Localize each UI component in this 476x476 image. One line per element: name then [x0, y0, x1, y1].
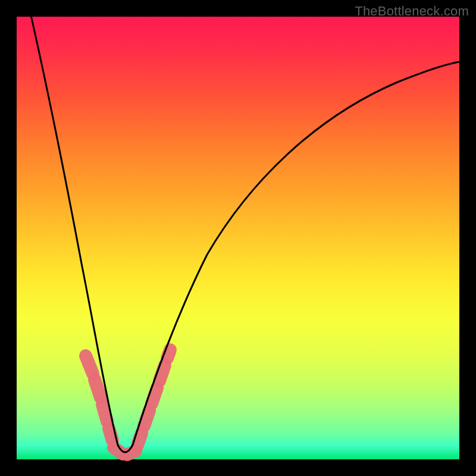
overlay-seg: [95, 380, 101, 397]
overlay-seg: [159, 365, 165, 381]
overlay-seg: [152, 388, 157, 403]
overlay-seg: [86, 356, 93, 374]
overlay-seg: [167, 350, 170, 358]
overlay-seg: [144, 411, 149, 426]
overlay-bands: [86, 350, 170, 455]
overlay-seg: [137, 433, 142, 445]
plot-area: [17, 17, 459, 459]
curve-svg: [17, 17, 459, 459]
overlay-seg: [102, 405, 107, 421]
chart-frame: TheBottleneck.com: [0, 0, 476, 476]
overlay-seg: [109, 428, 112, 440]
